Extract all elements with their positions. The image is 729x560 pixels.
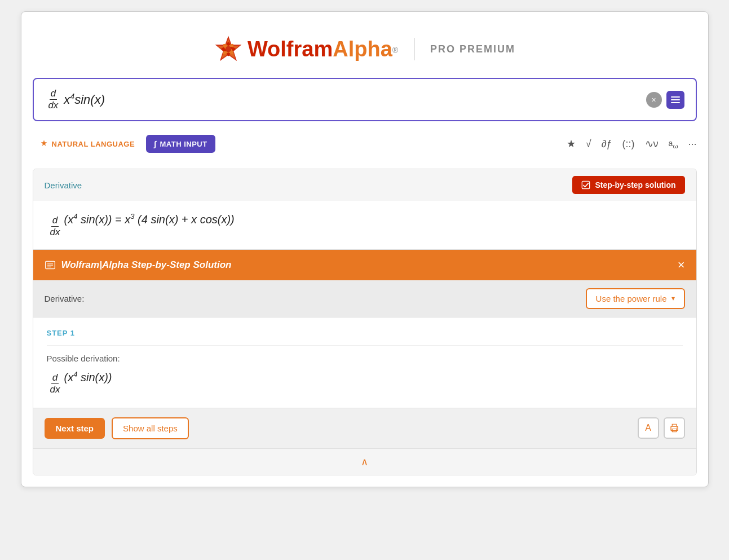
step-panel-title: Wolfram|Alpha Step-by-Step Solution xyxy=(45,259,232,271)
font-size-button[interactable]: A xyxy=(638,417,659,439)
search-actions: × xyxy=(646,91,684,109)
clear-button[interactable]: × xyxy=(646,92,662,108)
sqrt-icon[interactable]: √ xyxy=(586,138,591,150)
step-by-step-button[interactable]: Step-by-step solution xyxy=(572,176,684,194)
show-all-steps-button[interactable]: Show all steps xyxy=(112,417,189,439)
toolbar: Natural Language ∫ Math Input ★ √ ∂ƒ (::… xyxy=(33,130,697,157)
natural-lang-icon xyxy=(39,139,48,148)
formula-text: x4sin(x) xyxy=(64,92,105,107)
logo-wolfram: Wolfram xyxy=(248,37,333,61)
natural-language-button[interactable]: Natural Language xyxy=(33,136,142,152)
page-wrapper: WolframAlpha® PRO PREMIUM d dx x4sin(x) … xyxy=(21,11,709,487)
alpha-sub-icon[interactable]: aω xyxy=(669,139,678,149)
step-footer-left: Next step Show all steps xyxy=(45,417,189,439)
menu-line-2 xyxy=(671,99,680,100)
step-panel-title-text: Wolfram|Alpha Step-by-Step Solution xyxy=(61,259,232,271)
power-rule-button[interactable]: Use the power rule ▾ xyxy=(586,288,685,309)
result-card: Derivative Step-by-step solution d dx (x… xyxy=(33,169,697,475)
next-step-button[interactable]: Next step xyxy=(45,418,105,439)
wave-icon[interactable]: ∿ν xyxy=(645,138,659,150)
menu-line-3 xyxy=(671,102,680,103)
step-body: STEP 1 Possible derivation: d dx (x4 sin… xyxy=(33,318,696,408)
step-description: Possible derivation: xyxy=(47,354,683,363)
step-footer: Next step Show all steps A xyxy=(33,408,696,448)
result-formula: d dx (x4 sin(x)) = x3 (4 sin(x) + x cos(… xyxy=(33,201,696,250)
step-formula-rhs: (x4 sin(x)) xyxy=(64,370,112,384)
matrix-icon[interactable]: (::) xyxy=(622,138,635,150)
toolbar-left: Natural Language ∫ Math Input xyxy=(33,135,215,153)
step-divider xyxy=(47,345,683,346)
pro-premium-label: PRO PREMIUM xyxy=(430,43,515,55)
natural-language-label: Natural Language xyxy=(52,140,135,148)
svg-point-6 xyxy=(226,46,231,52)
collapse-bar[interactable]: ∧ xyxy=(33,448,696,475)
collapse-arrow-icon: ∧ xyxy=(361,456,368,468)
power-rule-label: Use the power rule xyxy=(596,294,667,303)
wolfram-logo: WolframAlpha® xyxy=(214,34,398,64)
formula-display: d dx (x4 sin(x)) = x3 (4 sin(x) + x cos(… xyxy=(47,212,235,238)
header-divider xyxy=(414,38,414,60)
header: WolframAlpha® PRO PREMIUM xyxy=(33,23,697,78)
step-solution-label: Step-by-step solution xyxy=(595,180,675,189)
derivative-label: Derivative: xyxy=(45,294,85,303)
result-title: Derivative xyxy=(45,180,82,190)
menu-line-1 xyxy=(671,96,680,98)
more-icon[interactable]: ··· xyxy=(688,138,696,150)
math-input-label: Math Input xyxy=(160,140,207,148)
checkbox-icon xyxy=(581,180,590,189)
step-formula-display: d dx (x4 sin(x)) xyxy=(47,370,112,396)
step-footer-right: A xyxy=(638,417,685,439)
step-panel-close-button[interactable]: × xyxy=(678,258,685,272)
result-header: Derivative Step-by-step solution xyxy=(33,169,696,201)
wolfram-star-icon xyxy=(214,34,243,64)
print-button[interactable] xyxy=(664,417,685,439)
logo-alpha: Alpha xyxy=(333,37,392,61)
svg-marker-7 xyxy=(41,140,47,146)
formula-d-dx: d dx xyxy=(49,215,61,238)
step-d-dx: d dx xyxy=(49,372,61,395)
logo-text: WolframAlpha® xyxy=(248,37,398,61)
svg-point-15 xyxy=(676,427,677,429)
step-formula: d dx (x4 sin(x)) xyxy=(47,370,683,396)
math-input-icon: ∫ xyxy=(154,139,156,148)
formula-lhs: (x4 sin(x)) = x3 (4 sin(x) + x cos(x)) xyxy=(64,212,234,226)
search-formula: d dx x4sin(x) xyxy=(45,88,105,111)
math-input-button[interactable]: ∫ Math Input xyxy=(146,135,215,153)
partial-icon[interactable]: ∂ƒ xyxy=(602,138,612,150)
search-box: d dx x4sin(x) × xyxy=(33,78,697,121)
step-1-label: STEP 1 xyxy=(47,329,683,337)
menu-button[interactable] xyxy=(666,91,684,109)
derivative-operator: d dx xyxy=(47,88,60,111)
derivative-row: Derivative: Use the power rule ▾ xyxy=(33,280,696,318)
star-toolbar-icon[interactable]: ★ xyxy=(567,138,576,150)
panel-icon xyxy=(45,259,56,271)
toolbar-right: ★ √ ∂ƒ (::) ∿ν aω ··· xyxy=(567,138,697,150)
search-section: d dx x4sin(x) × xyxy=(33,78,697,121)
printer-icon xyxy=(669,423,679,433)
step-panel-header: Wolfram|Alpha Step-by-Step Solution × xyxy=(33,250,696,280)
logo-reg: ® xyxy=(392,45,398,54)
step-panel: Wolfram|Alpha Step-by-Step Solution × De… xyxy=(33,250,696,475)
power-rule-chevron-icon: ▾ xyxy=(671,294,675,302)
